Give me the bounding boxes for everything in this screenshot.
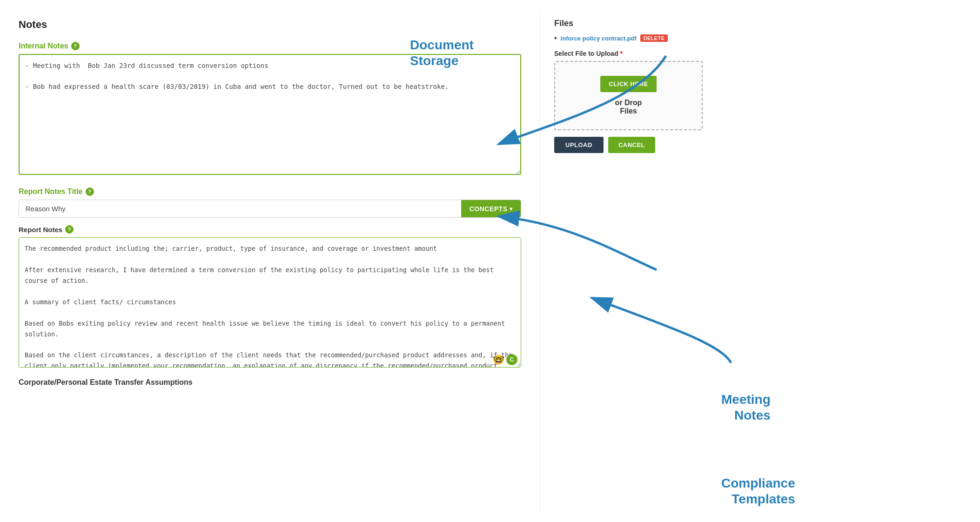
drop-zone[interactable]: CLICK HERE or DropFiles [554,61,703,130]
emoji-face: 🤓 [493,354,504,365]
concepts-button[interactable]: CONCEPTS [461,200,521,217]
drop-files-text: or DropFiles [564,99,692,115]
required-star: * [620,50,623,57]
report-title-row: CONCEPTS [19,200,521,218]
file-link[interactable]: inforce policy contract.pdf [561,35,637,42]
delete-button[interactable]: DELETE [640,34,668,42]
report-notes-textarea[interactable] [19,237,521,368]
corporate-section-label: Corporate/Personal Estate Transfer Assum… [19,378,521,387]
report-notes-help-icon[interactable]: ? [65,225,74,234]
emoji-row: 🤓 C [493,354,517,365]
report-notes-label: Report Notes ? [19,225,521,234]
internal-notes-textarea[interactable] [19,54,521,175]
page-title: Notes [19,19,521,31]
files-title: Files [554,19,703,28]
action-row: UPLOAD CANCEL [554,137,703,153]
internal-notes-label: Internal Notes ? [19,42,521,50]
select-file-label: Select File to Upload * [554,50,703,57]
report-notes-title-label: Report Notes Title ? [19,187,521,196]
file-list: inforce policy contract.pdf DELETE [554,34,703,42]
cancel-button[interactable]: CANCEL [608,137,655,153]
compliance-templates-annotation: ComplianceTemplates [721,475,795,507]
click-here-button[interactable]: CLICK HERE [600,76,656,92]
meeting-notes-annotation: MeetingNotes [721,392,771,423]
report-notes-title-help-icon[interactable]: ? [86,187,94,196]
upload-button[interactable]: UPLOAD [554,137,604,153]
report-title-input[interactable] [19,200,461,217]
internal-notes-help-icon[interactable]: ? [71,42,80,50]
green-circle-icon: C [506,354,517,365]
file-item: inforce policy contract.pdf DELETE [554,34,703,42]
